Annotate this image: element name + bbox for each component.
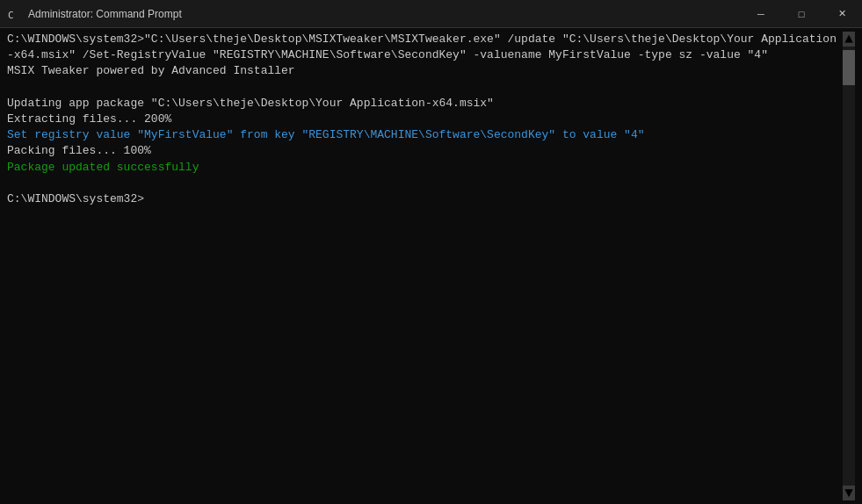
svg-text:C: C [8,10,14,21]
terminal-line: Packing files... 100% [7,143,843,159]
scroll-down-button[interactable]: ▼ [843,486,855,500]
cmd-icon: C [7,7,21,21]
titlebar-title: Administrator: Command Prompt [28,8,182,20]
maximize-button[interactable]: □ [781,0,822,28]
titlebar: C Administrator: Command Prompt ─ □ ✕ [0,0,862,28]
terminal[interactable]: C:\WINDOWS\system32>"C:\Users\theje\Desk… [0,28,862,504]
terminal-content: C:\WINDOWS\system32>"C:\Users\theje\Desk… [7,32,843,500]
scrollbar-thumb[interactable] [843,50,855,85]
terminal-line: Extracting files... 200% [7,112,843,127]
terminal-line: C:\WINDOWS\system32> [7,191,843,207]
terminal-line: MSIX Tweaker powered by Advanced Install… [7,63,843,79]
terminal-line: Set registry value "MyFirstValue" from k… [7,127,843,143]
terminal-line: Package updated successfully [7,160,843,176]
close-button[interactable]: ✕ [822,0,862,28]
terminal-line: C:\WINDOWS\system32>"C:\Users\theje\Desk… [7,32,843,63]
titlebar-controls: ─ □ ✕ [741,0,862,28]
terminal-line: Updating app package "C:\Users\theje\Des… [7,96,843,112]
terminal-line [7,80,843,96]
terminal-scrollbar[interactable]: ▲ ▼ [843,32,855,500]
scrollbar-track [843,47,855,486]
minimize-button[interactable]: ─ [741,0,781,28]
terminal-line [7,176,843,191]
titlebar-left: C Administrator: Command Prompt [7,7,182,21]
scroll-up-button[interactable]: ▲ [843,32,855,47]
